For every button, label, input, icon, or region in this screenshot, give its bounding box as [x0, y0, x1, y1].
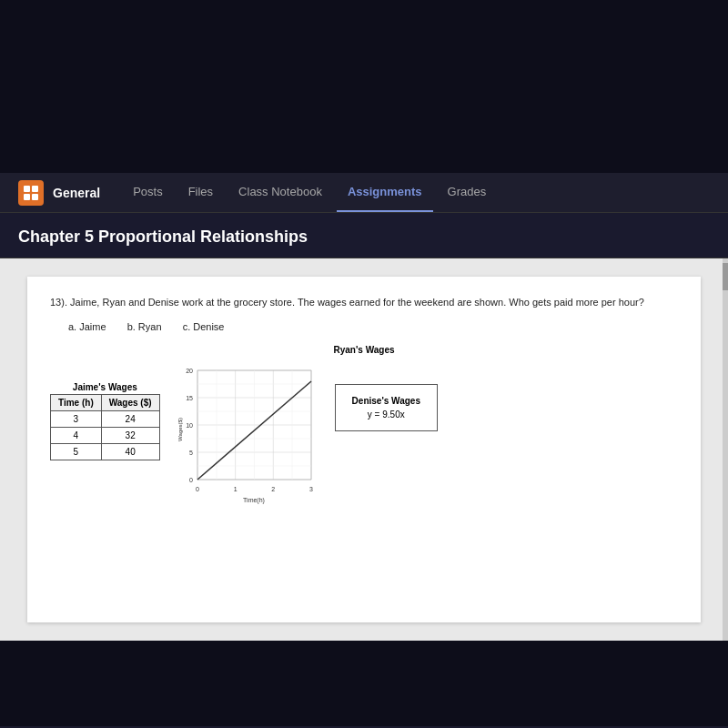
jaime-table: Jaime's Wages Time (h) Wages ($) 3 24 — [50, 382, 160, 460]
jaime-wage-2: 32 — [101, 427, 159, 443]
denise-box: Denise's Wages y = 9.50x — [335, 384, 438, 431]
content-area: 13). Jaime, Ryan and Denise work at the … — [0, 258, 728, 641]
channel-name: General — [53, 186, 100, 200]
svg-text:20: 20 — [186, 368, 193, 374]
scrollbar-thumb[interactable] — [723, 263, 728, 290]
ryan-chart-title: Ryan's Wages — [333, 345, 394, 355]
tab-assignments[interactable]: Assignments — [337, 172, 433, 212]
svg-text:0: 0 — [189, 477, 193, 483]
tab-posts[interactable]: Posts — [122, 172, 174, 212]
table-row: 5 40 — [51, 443, 160, 460]
choice-c[interactable]: c. Denise — [183, 321, 225, 332]
jaime-table-container: Jaime's Wages Time (h) Wages ($) 3 24 — [50, 382, 160, 460]
nav-tabs: Posts Files Class Notebook Assignments G… — [122, 173, 497, 212]
worksheet: 13). Jaime, Ryan and Denise work at the … — [27, 277, 701, 622]
question-text: 13). Jaime, Ryan and Denise work at the … — [50, 295, 678, 310]
svg-text:5: 5 — [189, 450, 193, 456]
svg-text:10: 10 — [186, 422, 193, 429]
denise-formula: y = 9.50x — [352, 410, 420, 420]
bottom-dark — [0, 641, 728, 726]
table-row: 3 24 — [51, 410, 160, 427]
svg-text:1: 1 — [233, 486, 237, 492]
svg-text:Time(h): Time(h) — [243, 497, 265, 504]
denise-title: Denise's Wages — [352, 396, 420, 406]
ryan-chart-svg: 0 5 10 15 20 0 1 2 3 Wages($) Time(h) — [175, 366, 320, 511]
jaime-wage-3: 40 — [101, 443, 159, 460]
assignment-title: Chapter 5 Proportional Relationships — [18, 228, 710, 247]
tab-class-notebook[interactable]: Class Notebook — [228, 172, 333, 212]
svg-text:0: 0 — [196, 486, 199, 492]
jaime-time-3: 5 — [51, 443, 102, 460]
jaime-time-2: 4 — [51, 427, 102, 443]
answer-choices: a. Jaime b. Ryan c. Denise — [68, 321, 678, 332]
jaime-time-1: 3 — [51, 410, 102, 427]
svg-text:3: 3 — [309, 486, 313, 492]
jaime-wage-1: 24 — [101, 410, 159, 427]
question-body: Jaime, Ryan and Denise work at the groce… — [70, 297, 644, 308]
assignment-title-bar: Chapter 5 Proportional Relationships — [0, 213, 728, 258]
jaime-col-header-wages: Wages ($) — [101, 394, 159, 410]
question-number: 13). — [50, 297, 67, 308]
choice-a[interactable]: a. Jaime — [68, 321, 106, 332]
svg-text:15: 15 — [186, 395, 193, 401]
channel-header: General Posts Files Class Notebook Assig… — [0, 173, 728, 213]
jaime-col-header-time: Time (h) — [51, 394, 102, 410]
tab-grades[interactable]: Grades — [437, 172, 498, 212]
svg-text:2: 2 — [271, 486, 275, 492]
table-row: 4 32 — [51, 427, 160, 443]
data-row: Jaime's Wages Time (h) Wages ($) 3 24 — [50, 366, 678, 511]
scrollbar[interactable] — [723, 258, 728, 641]
svg-text:Wages($): Wages($) — [177, 418, 183, 441]
jaime-table-caption: Jaime's Wages — [50, 382, 160, 392]
tab-files[interactable]: Files — [177, 172, 224, 212]
ryan-chart-container: 0 5 10 15 20 0 1 2 3 Wages($) Time(h) — [175, 366, 320, 511]
channel-icon — [18, 180, 44, 206]
choice-b[interactable]: b. Ryan — [127, 321, 162, 332]
